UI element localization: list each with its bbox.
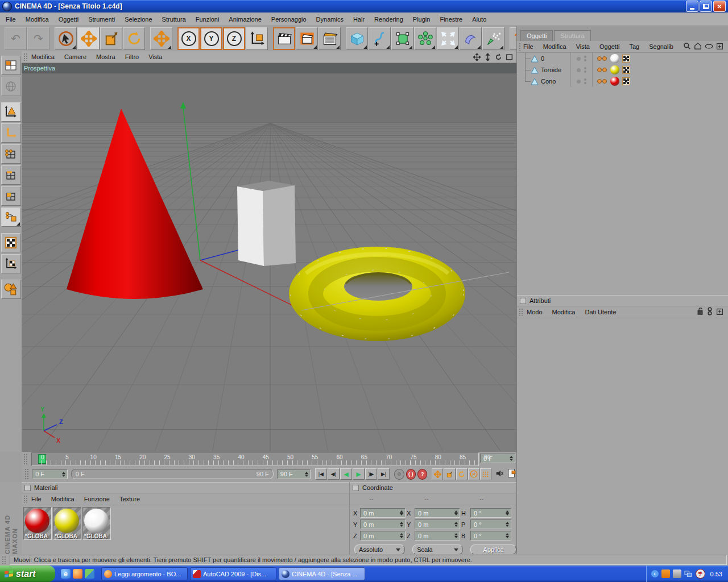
key-rotation-icon[interactable]: [456, 468, 468, 480]
key-position-icon[interactable]: [432, 468, 443, 480]
viewport-menu-item-3[interactable]: Filtro: [125, 53, 139, 60]
layout-manager-icon[interactable]: [1, 56, 21, 75]
visibility-dot[interactable]: [577, 80, 581, 84]
panel-window-icon[interactable]: [24, 485, 31, 491]
restore-button[interactable]: [700, 1, 712, 12]
menu-item-4[interactable]: Selezione: [125, 16, 152, 23]
minimize-button[interactable]: [686, 1, 698, 12]
om-menu-item-4[interactable]: Tag: [629, 43, 639, 50]
om-menu-item-0[interactable]: File: [523, 43, 533, 50]
panel-grip[interactable]: [519, 43, 520, 51]
menu-item-11[interactable]: Rendering: [374, 16, 403, 23]
tray-utility-icon[interactable]: [673, 569, 681, 578]
size-x-field[interactable]: 0 m: [415, 508, 460, 518]
menu-item-7[interactable]: Animazione: [229, 16, 261, 23]
taskbar-clock[interactable]: 0.53: [710, 571, 722, 577]
torus-object[interactable]: [289, 247, 465, 341]
key-pla-icon[interactable]: [480, 468, 491, 480]
menu-item-9[interactable]: Dynamics: [316, 16, 344, 23]
render-settings-icon[interactable]: [318, 27, 341, 50]
close-button[interactable]: ✕: [713, 1, 726, 12]
pos-y-field[interactable]: 0 m: [360, 519, 406, 529]
taskbar-task-firefox[interactable]: Leggi argomento - BO...: [101, 567, 188, 580]
material-swatch[interactable]: *GLOBA: [53, 507, 81, 540]
cube-object[interactable]: [237, 181, 296, 266]
show-desktop-icon[interactable]: [85, 569, 94, 579]
texture-tag-icon[interactable]: [622, 55, 630, 63]
record-keyframe-icon[interactable]: ( ): [406, 469, 416, 480]
rot-h-field[interactable]: 0 °: [470, 508, 511, 518]
render-dots[interactable]: [584, 56, 586, 61]
pos-x-field[interactable]: 0 m: [360, 508, 406, 518]
size-y-field[interactable]: 0 m: [415, 519, 460, 529]
lock-y-axis-icon[interactable]: Y: [200, 27, 222, 50]
search-icon[interactable]: [683, 42, 691, 51]
panel-grip[interactable]: [519, 308, 524, 316]
taskbar-task-cinema4d[interactable]: CINEMA 4D - [Senza ...: [279, 567, 365, 580]
lock-z-axis-icon[interactable]: Z: [223, 27, 245, 50]
texture-tag-icon[interactable]: [622, 77, 630, 85]
antivirus-icon[interactable]: ☂: [696, 569, 705, 579]
menu-item-8[interactable]: Personaggio: [271, 16, 307, 23]
menu-item-0[interactable]: File: [6, 16, 16, 23]
om-menu-item-5[interactable]: Segnalib: [649, 43, 673, 50]
object-name[interactable]: Toroide: [541, 66, 570, 73]
tray-app-icon[interactable]: [661, 569, 670, 578]
render-dots[interactable]: [584, 78, 586, 84]
scale-tool-icon[interactable]: [100, 27, 122, 50]
internet-explorer-icon[interactable]: e: [61, 569, 71, 579]
firefox-icon[interactable]: [73, 569, 82, 579]
size-z-field[interactable]: 0 m: [415, 531, 460, 541]
object-name[interactable]: Cono: [541, 78, 570, 85]
end-frame-field[interactable]: 90 F: [277, 469, 311, 479]
primitive-cube-icon[interactable]: [346, 27, 368, 50]
record-disabled-icon[interactable]: ⊘: [394, 469, 404, 480]
menu-item-3[interactable]: Strumenti: [88, 16, 115, 23]
render-dots[interactable]: [584, 67, 586, 73]
material-tag-icon[interactable]: [610, 77, 619, 86]
attr-menu-item-2[interactable]: Dati Utente: [585, 309, 617, 315]
panel-grip[interactable]: [23, 53, 28, 61]
menu-item-13[interactable]: Finestre: [440, 16, 462, 23]
lock-x-axis-icon[interactable]: X: [177, 27, 200, 50]
lock-icon[interactable]: [697, 307, 704, 317]
visibility-dot[interactable]: [577, 68, 581, 72]
start-button[interactable]: start: [0, 566, 55, 582]
key-parameter-icon[interactable]: P: [468, 468, 479, 480]
object-name[interactable]: 0: [541, 55, 570, 62]
array-modifier-icon[interactable]: [414, 27, 436, 50]
view-label[interactable]: Prospettiva: [24, 65, 55, 72]
rot-b-field[interactable]: 0 °: [470, 531, 511, 541]
panel-window-icon[interactable]: [520, 298, 526, 304]
viewport-menu-item-0[interactable]: Modifica: [31, 53, 55, 60]
texture-axis-mode-icon[interactable]: [1, 254, 21, 273]
material-tag-icon[interactable]: [610, 54, 619, 63]
tab-struttura[interactable]: Struttura: [554, 30, 590, 41]
coordinate-tag-icon[interactable]: [597, 56, 607, 61]
panel-grip[interactable]: [2, 556, 7, 564]
material-menu-item-1[interactable]: Modifica: [51, 496, 75, 502]
tray-chevron-icon[interactable]: ‹: [651, 570, 659, 577]
object-group-icon[interactable]: [1, 280, 21, 299]
object-row[interactable]: Toroide: [517, 64, 728, 76]
home-icon[interactable]: [694, 42, 702, 51]
next-key-icon[interactable]: )▶: [365, 468, 377, 480]
material-tag-icon[interactable]: [610, 65, 619, 74]
apply-button[interactable]: Applica: [470, 544, 516, 555]
model-mode-icon[interactable]: [1, 102, 21, 122]
add-panel-icon[interactable]: [716, 308, 723, 317]
rot-p-field[interactable]: 0 °: [470, 519, 511, 529]
undo-icon[interactable]: ↶: [5, 27, 27, 50]
menu-item-5[interactable]: Struttura: [162, 16, 186, 23]
move-tool-icon[interactable]: [77, 27, 100, 50]
render-picture-viewer-icon[interactable]: [296, 27, 318, 50]
object-row[interactable]: 0: [517, 53, 728, 64]
tab-oggetti[interactable]: Oggetti: [520, 30, 553, 41]
space-dropdown[interactable]: Scala: [412, 544, 463, 555]
menu-item-2[interactable]: Oggetti: [59, 16, 78, 23]
sound-icon[interactable]: [495, 469, 504, 479]
mode-dropdown[interactable]: Assoluto: [354, 544, 405, 555]
add-panel-icon[interactable]: [716, 43, 723, 51]
rotate-tool-icon[interactable]: [123, 27, 145, 50]
taskbar-task-autocad[interactable]: AutoCAD 2009 - [Dis...: [190, 567, 276, 580]
